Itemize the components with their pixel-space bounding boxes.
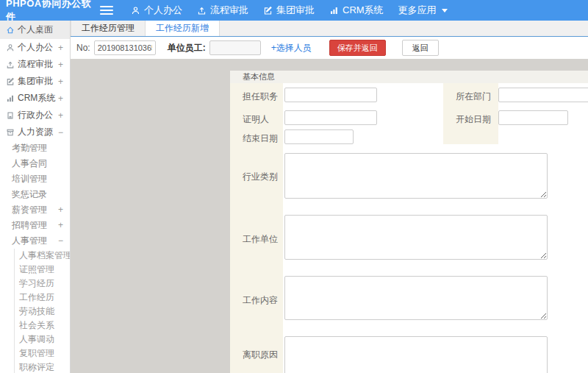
collapse-minus-icon[interactable]: − — [58, 127, 63, 138]
company-textarea[interactable] — [284, 215, 548, 260]
sub-item-label: 培训管理 — [12, 174, 47, 184]
chart-icon — [329, 6, 339, 15]
chart-icon — [6, 94, 15, 103]
work-content-textarea[interactable] — [284, 276, 548, 320]
industry-textarea[interactable] — [284, 153, 548, 199]
sidebar-item-salary[interactable]: 薪资管理+ — [0, 202, 70, 218]
sidebar-item-label: 流程审批 — [18, 58, 53, 71]
department-input[interactable] — [498, 88, 588, 102]
sidebar-item-desktop[interactable]: 个人桌面 — [0, 21, 70, 39]
nav-label: 集团审批 — [276, 4, 315, 17]
sub-item-label: 薪资管理 — [12, 205, 47, 215]
sidebar-item-certificates[interactable]: 证照管理 — [15, 263, 70, 277]
workspace: 基本信息 担任职务 所在部门 证明人 开始日期 结束日期 行业类别 工作单位 工… — [71, 59, 588, 373]
end-date-input[interactable] — [284, 129, 354, 144]
record-no-input[interactable] — [94, 40, 156, 55]
industry-label: 行业类别 — [243, 171, 278, 183]
caret-down-icon — [442, 9, 448, 13]
expand-plus-icon[interactable]: + — [58, 77, 63, 87]
department-label: 所在部门 — [456, 90, 491, 103]
nav-personal-office[interactable]: 个人办公 — [131, 4, 182, 17]
basic-info-panel: 基本信息 担任职务 所在部门 证明人 开始日期 结束日期 行业类别 工作单位 工… — [230, 71, 588, 373]
home-icon — [6, 26, 15, 35]
return-button[interactable]: 返回 — [402, 40, 439, 56]
sub-item-label: 奖惩记录 — [12, 189, 47, 199]
expand-plus-icon[interactable]: + — [58, 93, 63, 104]
edit-icon — [6, 77, 15, 86]
sidebar-item-hr[interactable]: 人力资源 − — [0, 124, 70, 141]
expand-plus-icon[interactable]: + — [58, 218, 63, 233]
sidebar-item-admin-office[interactable]: 行政办公 + — [0, 107, 70, 124]
nav-crm[interactable]: CRM系统 — [329, 4, 384, 17]
tab-work-history-manage[interactable]: 工作经历管理 — [71, 21, 146, 36]
nav-label: CRM系统 — [343, 4, 384, 17]
tab-bar: 工作经历管理 工作经历新增 — [71, 21, 588, 37]
sidebar-item-rewards[interactable]: 奖惩记录 — [0, 187, 70, 202]
hamburger-menu-icon[interactable] — [100, 4, 113, 17]
sidebar-item-social-relations[interactable]: 社会关系 — [15, 319, 70, 333]
sidebar-item-crm[interactable]: CRM系统 + — [0, 90, 70, 107]
nav-label: 更多应用 — [398, 4, 437, 17]
position-input[interactable] — [284, 88, 377, 102]
toolbar: No: 单位员工: +选择人员 保存并返回 返回 — [71, 37, 588, 59]
witness-input[interactable] — [284, 110, 377, 125]
edit-icon — [263, 6, 273, 15]
section-title: 基本信息 — [230, 71, 588, 83]
sidebar-item-label: CRM系统 — [18, 92, 55, 104]
sidebar-item-work-history[interactable]: 工作经历 — [15, 291, 70, 305]
sidebar-item-workflow-approval[interactable]: 流程审批 + — [0, 56, 70, 73]
sidebar-item-label: 行政办公 — [18, 109, 53, 121]
expand-plus-icon[interactable]: + — [58, 202, 63, 218]
leave-reason-label: 离职原因 — [243, 349, 278, 361]
sidebar-item-education-history[interactable]: 学习经历 — [15, 277, 70, 291]
start-date-label: 开始日期 — [456, 113, 491, 126]
sidebar-item-reinstatement[interactable]: 复职管理 — [15, 347, 70, 360]
nav-more-apps[interactable]: 更多应用 — [398, 4, 448, 17]
expand-plus-icon[interactable]: + — [58, 43, 63, 53]
tab-work-history-new[interactable]: 工作经历新增 — [146, 21, 220, 36]
sidebar-item-attendance[interactable]: 考勤管理 — [0, 141, 70, 156]
nav-label: 流程审批 — [210, 4, 248, 17]
no-label: No: — [76, 43, 90, 53]
sidebar-item-group-approval[interactable]: 集团审批 + — [0, 73, 70, 90]
personnel-submenu: 人事档案管理 证照管理 学习经历 工作经历 劳动技能 社会关系 人事调动 复职管… — [14, 249, 70, 373]
start-date-input[interactable] — [498, 110, 568, 125]
label-column-left — [230, 83, 283, 373]
sidebar-item-title-evaluation[interactable]: 职称评定 — [15, 360, 70, 373]
nav-group-approval[interactable]: 集团审批 — [263, 4, 315, 17]
company-label: 工作单位 — [243, 233, 278, 246]
sidebar-item-label: 个人办公 — [18, 41, 53, 54]
employee-input[interactable] — [209, 40, 261, 55]
expand-plus-icon[interactable]: + — [58, 110, 63, 121]
collapse-minus-icon[interactable]: − — [58, 233, 63, 249]
sidebar-item-personnel-transfer[interactable]: 人事调动 — [15, 333, 70, 347]
sidebar-item-label: 集团审批 — [18, 75, 53, 88]
select-personnel-link[interactable]: +选择人员 — [271, 42, 312, 54]
sub-item-label: 招聘管理 — [12, 220, 47, 230]
sidebar-item-training[interactable]: 培训管理 — [0, 171, 70, 187]
nav-label: 个人办公 — [144, 4, 182, 17]
nav-workflow-approval[interactable]: 流程审批 — [197, 4, 248, 17]
sidebar-item-personal-office[interactable]: 个人办公 + — [0, 39, 70, 56]
end-date-label: 结束日期 — [243, 132, 278, 145]
sidebar-item-labor-skills[interactable]: 劳动技能 — [15, 305, 70, 319]
expand-plus-icon[interactable]: + — [58, 60, 63, 70]
sub-item-label: 人事管理 — [12, 235, 47, 246]
sidebar-item-label: 人力资源 — [18, 126, 53, 138]
user-icon — [131, 6, 140, 15]
work-content-label: 工作内容 — [243, 294, 278, 307]
leave-reason-textarea[interactable] — [284, 336, 548, 373]
employee-label: 单位员工: — [168, 42, 206, 54]
archive-icon — [6, 128, 15, 137]
sidebar-item-recruit[interactable]: 招聘管理+ — [0, 218, 70, 233]
sidebar-item-hr-contract[interactable]: 人事合同 — [0, 156, 70, 171]
save-and-return-button[interactable]: 保存并返回 — [329, 40, 386, 56]
sidebar-item-personnel-mgmt[interactable]: 人事管理− — [0, 233, 70, 249]
building-icon — [6, 111, 15, 120]
top-bar: PHPOA协同办公软件 个人办公 流程审批 集团审批 CRM系统 更多应用 — [0, 0, 588, 21]
sidebar-item-personnel-files[interactable]: 人事档案管理 — [15, 249, 70, 263]
sidebar-item-label: 个人桌面 — [18, 24, 53, 36]
sub-item-label: 人事合同 — [12, 158, 47, 168]
witness-label: 证明人 — [243, 113, 269, 126]
position-label: 担任职务 — [243, 90, 278, 103]
